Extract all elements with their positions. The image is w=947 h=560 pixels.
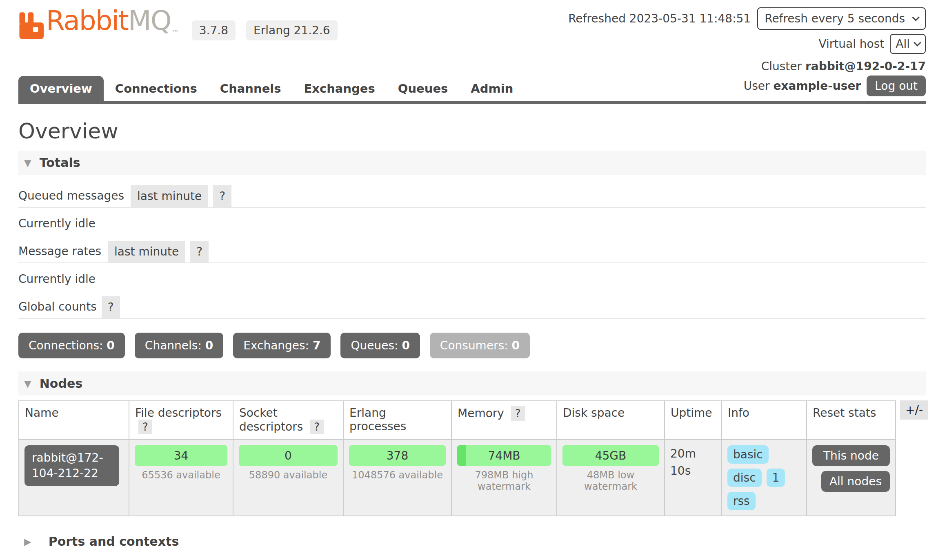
global-counts-help[interactable]: ? (102, 296, 120, 318)
user-label: User example-user (744, 79, 861, 93)
info-badge-disc[interactable]: disc (727, 469, 762, 487)
memory-help[interactable]: ? (511, 406, 525, 421)
refreshed-timestamp: Refreshed 2023-05-31 11:48:51 (568, 12, 751, 25)
node-name-badge[interactable]: rabbit@172-104-212-22 (24, 445, 119, 486)
col-header-memory: Memory ? (451, 401, 557, 440)
col-header-info: Info (722, 401, 807, 440)
col-header-name: Name (19, 401, 129, 440)
message-rates-label: Message rates (18, 244, 101, 262)
col-header-reset-stats: Reset stats (807, 401, 896, 440)
reset-stats-cell: This node All nodes (807, 440, 896, 516)
queued-messages-help[interactable]: ? (213, 185, 231, 207)
socket-descriptors-help[interactable]: ? (310, 420, 324, 434)
triangle-down-icon: ▼ (24, 158, 31, 168)
erlang-version-badge: Erlang 21.2.6 (246, 20, 338, 40)
logout-button[interactable]: Log out (867, 76, 926, 96)
col-header-uptime: Uptime (665, 401, 722, 440)
memory-cell: 74MB 798MB high watermark (451, 440, 557, 516)
tab-exchanges[interactable]: Exchanges (293, 76, 387, 101)
version-badge: 3.7.8 (192, 20, 236, 40)
message-rates-help[interactable]: ? (190, 241, 209, 262)
memory-usage-fill (457, 445, 466, 466)
uptime-cell: 20m 10s (665, 440, 722, 516)
tab-channels[interactable]: Channels (209, 76, 293, 101)
col-header-erlang-processes: Erlang processes (343, 401, 451, 440)
col-header-disk-space: Disk space (557, 401, 665, 440)
global-counts-strip: Global counts ? (18, 296, 926, 319)
reset-all-nodes-button[interactable]: All nodes (821, 471, 890, 492)
ports-and-contexts-section[interactable]: ▶ Ports and contexts (18, 534, 926, 549)
file-descriptors-help[interactable]: ? (138, 420, 152, 434)
virtual-host-select[interactable]: All (890, 34, 926, 54)
tab-admin[interactable]: Admin (459, 76, 525, 101)
message-rates-status: Currently idle (18, 272, 926, 286)
col-header-socket-descriptors: Socket descriptors ? (233, 401, 343, 440)
file-descriptors-cell: 34 65536 available (129, 440, 233, 516)
virtual-host-label: Virtual host (818, 37, 884, 51)
erlang-processes-cell: 378 1048576 available (343, 440, 451, 516)
tab-overview[interactable]: Overview (18, 76, 104, 101)
queued-messages-status: Currently idle (18, 217, 926, 230)
header: RabbitMQ ™ 3.7.8 Erlang 21.2.6 Refreshed… (18, 0, 926, 73)
cluster-label: Cluster (761, 60, 805, 73)
triangle-down-icon: ▼ (24, 378, 31, 389)
main-nav: Overview Connections Channels Exchanges … (18, 76, 926, 104)
message-rates-strip: Message rates last minute ? (18, 241, 926, 263)
socket-descriptors-cell: 0 58890 available (233, 440, 343, 516)
info-badge-basic[interactable]: basic (727, 445, 769, 464)
nodes-section-header[interactable]: ▼ Nodes (18, 371, 926, 396)
info-badge-1[interactable]: 1 (767, 469, 785, 487)
connections-count-button[interactable]: Connections: 0 (18, 333, 125, 358)
rabbitmq-logo-icon (18, 7, 44, 41)
col-header-file-descriptors: File descriptors ? (129, 401, 233, 440)
global-counts-label: Global counts (18, 300, 97, 318)
chevron-down-icon (912, 13, 919, 21)
info-badge-rss[interactable]: rss (727, 492, 756, 510)
tab-queues[interactable]: Queues (387, 76, 460, 101)
disk-space-cell: 45GB 48MB low watermark (557, 440, 665, 516)
rabbitmq-logo[interactable]: RabbitMQ ™ (18, 7, 179, 41)
reset-this-node-button[interactable]: This node (812, 445, 890, 466)
cluster-name: rabbit@192-0-2-17 (805, 60, 926, 73)
channels-count-button[interactable]: Channels: 0 (135, 333, 223, 358)
exchanges-count-button[interactable]: Exchanges: 7 (233, 333, 331, 358)
refresh-interval-select[interactable]: Refresh every 5 seconds (757, 7, 926, 30)
page: RabbitMQ ™ 3.7.8 Erlang 21.2.6 Refreshed… (18, 0, 926, 560)
triangle-right-icon: ▶ (24, 536, 31, 547)
queued-messages-last-minute-tab[interactable]: last minute (131, 185, 208, 207)
rabbitmq-wordmark: RabbitMQ (46, 7, 171, 34)
trademark-symbol: ™ (172, 29, 179, 37)
node-name-cell: rabbit@172-104-212-22 (19, 440, 129, 516)
queued-messages-label: Queued messages (18, 189, 124, 207)
consumers-count-button[interactable]: Consumers: 0 (430, 333, 530, 358)
queues-count-button[interactable]: Queues: 0 (340, 333, 420, 358)
global-counts-buttons: Connections: 0 Channels: 0 Exchanges: 7 … (18, 333, 926, 358)
tab-connections[interactable]: Connections (104, 76, 209, 101)
nodes-table: Name File descriptors ? Socket descripto… (18, 400, 896, 516)
column-plus-minus-button[interactable]: +/- (900, 400, 928, 420)
node-row: rabbit@172-104-212-22 34 65536 available… (19, 440, 896, 516)
message-rates-last-minute-tab[interactable]: last minute (108, 241, 185, 262)
chevron-down-icon (914, 39, 921, 46)
user-name: example-user (773, 79, 861, 93)
totals-section-header[interactable]: ▼ Totals (18, 151, 926, 175)
nodes-table-area: Name File descriptors ? Socket descripto… (18, 400, 926, 516)
queued-messages-strip: Queued messages last minute ? (18, 185, 926, 208)
info-cell: basic disc 1 rss (722, 440, 807, 516)
page-title: Overview (18, 119, 926, 143)
